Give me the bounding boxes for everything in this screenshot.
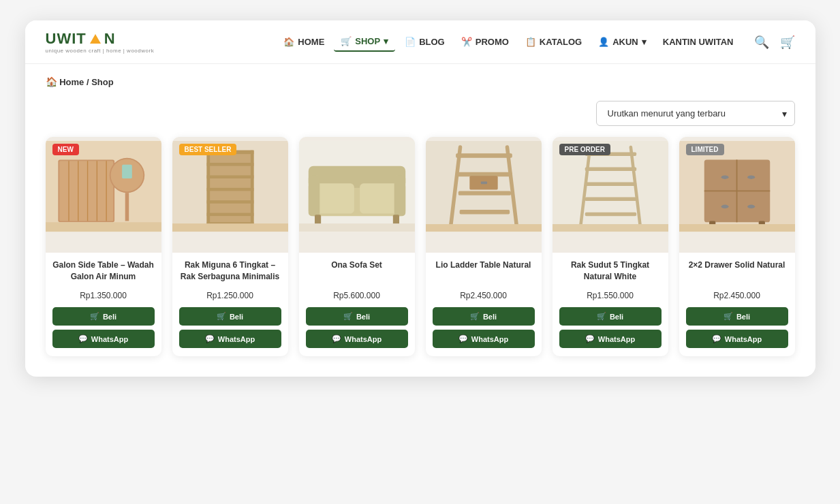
whatsapp-btn-icon-4: 💬 [458,334,468,343]
product-beli-label-5: Beli [610,313,623,321]
product-whatsapp-label-1: WhatsApp [91,335,128,343]
product-whatsapp-button-1[interactable]: 💬 WhatsApp [52,330,155,348]
nav-item-kantin[interactable]: KANTIN UWITAN [656,33,741,51]
home-nav-icon: 🏠 [283,37,294,47]
whatsapp-btn-icon-1: 💬 [78,334,88,343]
breadcrumb-separator: / [87,77,89,87]
product-beli-button-6[interactable]: 🛒 Beli [686,307,788,326]
product-image-wrapper-1: NEW [46,137,161,253]
product-image-3 [299,137,415,236]
product-badge-5: PRE ORDER [559,144,610,155]
nav-icons: 🔍 🛒 [754,35,795,50]
shop-dropdown-icon: ▾ [384,36,388,46]
product-card-3: Ona Sofa Set Rp5.600.000 🛒 Beli 💬 WhatsA… [299,137,415,356]
product-beli-button-2[interactable]: 🛒 Beli [179,307,281,326]
svg-rect-18 [206,188,253,191]
product-card-4: Lio Ladder Table Natural Rp2.450.000 🛒 B… [426,137,542,356]
product-whatsapp-label-4: WhatsApp [471,335,508,343]
nav-label-blog: BLOG [419,37,445,47]
svg-rect-43 [480,182,486,185]
product-info-5: Rak Sudut 5 Tingkat Natural White Rp1.55… [553,253,668,356]
svg-rect-17 [206,175,253,178]
logo[interactable]: UWIT N unique wooden craft | home | wood… [46,30,155,54]
nav-label-kantin: KANTIN UWITAN [663,37,734,47]
product-info-1: Galon Side Table – Wadah Galon Air Minum… [46,253,161,356]
nav-item-home[interactable]: 🏠 HOME [277,33,331,51]
product-beli-button-3[interactable]: 🛒 Beli [306,307,408,326]
svg-rect-39 [456,172,512,176]
nav-link-home[interactable]: 🏠 HOME [277,33,331,51]
logo-triangle-icon [90,34,101,44]
svg-point-58 [721,175,728,179]
product-beli-button-4[interactable]: 🛒 Beli [433,307,535,326]
svg-rect-16 [206,163,253,166]
svg-point-60 [721,205,728,209]
katalog-nav-icon: 📋 [525,37,536,47]
svg-rect-34 [299,223,415,232]
product-image-wrapper-3 [299,137,415,253]
product-card-6: LIMITED 2×2 Drawer Solid Natural Rp2.450… [679,137,795,356]
product-beli-button-1[interactable]: 🛒 Beli [52,307,155,326]
nav-link-promo[interactable]: ✂️ PROMO [454,33,516,51]
nav-item-blog[interactable]: 📄 BLOG [398,33,452,51]
product-whatsapp-button-4[interactable]: 💬 WhatsApp [433,330,535,348]
product-whatsapp-button-2[interactable]: 💬 WhatsApp [179,330,281,348]
nav-item-katalog[interactable]: 📋 KATALOG [518,33,589,51]
svg-rect-23 [250,151,253,225]
product-image-4 [426,137,542,236]
svg-point-59 [747,175,755,179]
svg-rect-53 [553,224,668,232]
product-beli-button-5[interactable]: 🛒 Beli [559,307,662,326]
product-name-2: Rak Miguna 6 Tingkat – Rak Serbaguna Min… [179,259,281,287]
logo-text: UWIT [46,30,87,48]
product-image-wrapper-4 [426,137,542,253]
product-image-wrapper-5: PRE ORDER [553,137,668,253]
product-price-3: Rp5.600.000 [306,291,408,300]
sort-bar: Urutkan menurut yang terbaru Urutkan men… [25,94,815,137]
svg-rect-51 [585,198,636,202]
product-whatsapp-button-6[interactable]: 💬 WhatsApp [686,330,788,348]
product-badge-6: LIMITED [686,144,724,155]
product-info-3: Ona Sofa Set Rp5.600.000 🛒 Beli 💬 WhatsA… [299,253,415,356]
product-image-wrapper-6: LIMITED [679,137,795,253]
svg-rect-2 [59,161,113,221]
nav-link-katalog[interactable]: 📋 KATALOG [518,33,589,51]
nav-link-shop[interactable]: 🛒 SHOP ▾ [334,32,395,52]
nav-link-kantin[interactable]: KANTIN UWITAN [656,33,741,51]
svg-rect-38 [456,153,512,157]
cart-icon[interactable]: 🛒 [780,35,795,50]
breadcrumb-home-link[interactable]: Home [59,77,87,87]
product-price-5: Rp1.550.000 [559,291,662,300]
product-whatsapp-button-3[interactable]: 💬 WhatsApp [306,330,408,348]
whatsapp-btn-icon-2: 💬 [205,334,215,343]
promo-nav-icon: ✂️ [461,37,472,47]
blog-nav-icon: 📄 [405,37,416,47]
svg-rect-40 [458,191,510,195]
whatsapp-btn-icon-6: 💬 [712,334,721,343]
svg-rect-41 [459,210,510,214]
sort-select[interactable]: Urutkan menurut yang terbaru Urutkan men… [596,101,795,126]
product-name-6: 2×2 Drawer Solid Natural [686,259,788,287]
cart-btn-icon-6: 🛒 [724,312,733,321]
product-card-2: BEST SELLER Rak Miguna 6 Tingkat – Rak S… [172,137,288,356]
nav-item-akun[interactable]: 👤 AKUN ▾ [591,33,653,51]
svg-rect-44 [426,224,542,232]
whatsapp-btn-icon-3: 💬 [332,334,341,343]
nav-item-promo[interactable]: ✂️ PROMO [454,33,516,51]
cart-btn-icon-2: 🛒 [217,312,226,321]
breadcrumb-current: Shop [91,77,114,87]
product-name-4: Lio Ladder Table Natural [433,259,535,287]
product-name-5: Rak Sudut 5 Tingkat Natural White [559,259,662,287]
product-whatsapp-label-3: WhatsApp [345,335,382,343]
product-image-wrapper-2: BEST SELLER [172,137,288,253]
products-grid: NEW Galon Side Table – Wadah Galon Air M… [25,137,815,377]
nav-link-blog[interactable]: 📄 BLOG [398,33,452,51]
product-card-5: PRE ORDER Rak Sudut 5 Tingkat Natural Wh… [553,137,668,356]
svg-rect-30 [308,175,320,216]
product-badge-2: BEST SELLER [179,144,237,155]
cart-btn-icon-5: 🛒 [597,312,606,321]
nav-item-shop[interactable]: 🛒 SHOP ▾ [334,32,395,52]
product-whatsapp-button-5[interactable]: 💬 WhatsApp [559,330,662,348]
nav-link-akun[interactable]: 👤 AKUN ▾ [591,33,653,51]
search-icon[interactable]: 🔍 [754,35,769,50]
